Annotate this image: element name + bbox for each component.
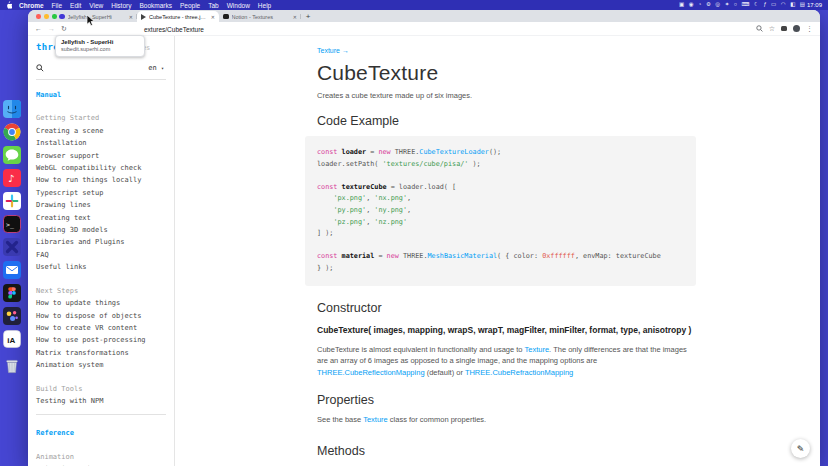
new-tab-button[interactable]: +: [301, 11, 315, 22]
dock-messages-icon[interactable]: [3, 146, 21, 164]
hover-card-title: Jellyfish - SuperHi: [61, 39, 139, 47]
doc-link[interactable]: THREE.CubeReflectionMapping: [317, 368, 425, 377]
dock-trash-icon[interactable]: [3, 357, 21, 375]
gear-icon[interactable]: ⚙: [706, 2, 711, 8]
menu-history[interactable]: History: [111, 2, 131, 9]
forward-button[interactable]: →: [48, 25, 55, 32]
back-button[interactable]: ←: [35, 25, 42, 32]
display-icon[interactable]: ▣: [679, 2, 684, 8]
dock-spheres-icon[interactable]: [3, 307, 21, 325]
dock-terminal-icon[interactable]: >_: [3, 215, 21, 233]
fn-icon[interactable]: ƒ: [764, 2, 767, 8]
apple-menu-icon[interactable]: [6, 1, 12, 9]
dock-xapp-icon[interactable]: [3, 238, 21, 256]
dock-finder-icon[interactable]: [3, 100, 21, 118]
profile-avatar[interactable]: [793, 25, 801, 33]
menu-bookmarks[interactable]: Bookmarks: [139, 2, 172, 9]
browser-tab-cubetexture-three-js-docs[interactable]: CubeTexture - three.js docs✕: [137, 11, 219, 22]
monitor-icon[interactable]: ▤: [800, 2, 805, 8]
sidebar-item-installation[interactable]: Installation: [36, 137, 174, 149]
sidebar-item-libraries-and-plugins[interactable]: Libraries and Plugins: [36, 236, 174, 248]
tab-title: Jellyfish - SuperHi: [68, 14, 126, 20]
menu-help[interactable]: Help: [258, 2, 271, 9]
sidebar-item-webgl-compatibility-check[interactable]: WebGL compatibility check: [36, 162, 174, 174]
edit-page-button[interactable]: ✎: [791, 439, 810, 458]
browser-tab-notion-textures[interactable]: Notion - Textures✕: [219, 11, 301, 22]
close-window-button[interactable]: [36, 14, 41, 19]
docs-sidebar: three.js docs examples en ▾ ManualGettin…: [28, 36, 175, 466]
address-bar-url[interactable]: extures/CubeTexture: [144, 22, 204, 36]
sparkle-icon[interactable]: ✦: [725, 2, 730, 8]
code-token: 'px.png': [333, 194, 366, 202]
dock-chrome-icon[interactable]: [3, 123, 21, 141]
browser-tab-jellyfish-superhi[interactable]: Jellyfish - SuperHi✕: [55, 11, 137, 22]
bookmark-star-icon[interactable]: ☆: [769, 25, 775, 33]
globe-icon[interactable]: ◎: [715, 2, 720, 8]
reload-button[interactable]: ↻: [61, 25, 67, 32]
dock-mail-icon[interactable]: [3, 261, 21, 279]
sidebar-section-reference: Reference: [36, 427, 174, 439]
sidebar-item-faq[interactable]: FAQ: [36, 249, 174, 261]
extension-icon[interactable]: [781, 26, 787, 32]
language-select[interactable]: en ▾: [148, 64, 164, 72]
minimize-window-button[interactable]: [44, 14, 49, 19]
control-center-icon[interactable]: ◧: [790, 2, 795, 8]
code-token: const: [317, 252, 342, 260]
close-icon[interactable]: ✕: [293, 14, 297, 20]
code-token: loader: [342, 148, 367, 156]
wifi-icon[interactable]: ◠: [781, 2, 786, 8]
dock-music-icon[interactable]: ♪: [3, 169, 21, 187]
code-token: ();: [489, 148, 501, 156]
moon-icon[interactable]: ☾: [754, 2, 759, 8]
sidebar-item-how-to-dispose-of-objects[interactable]: How to dispose of objects: [36, 310, 174, 322]
sidebar-item-typescript-setup[interactable]: Typescript setup: [36, 187, 174, 199]
menu-kebab-icon[interactable]: ⋮: [806, 25, 813, 33]
sidebar-item-creating-text[interactable]: Creating text: [36, 212, 174, 224]
sidebar-item-loading-3d-models[interactable]: Loading 3D models: [36, 224, 174, 236]
doc-link[interactable]: Texture: [363, 415, 388, 424]
breadcrumb[interactable]: Texture →: [317, 47, 696, 54]
hover-card-domain: subedit.superhi.com: [61, 46, 139, 53]
dock-iawriter-icon[interactable]: iA: [3, 330, 21, 348]
dock-figma-icon[interactable]: [3, 284, 21, 302]
sidebar-item-browser-support[interactable]: Browser support: [36, 150, 174, 162]
sidebar-item-useful-links[interactable]: Useful links: [36, 261, 174, 273]
code-token: 'nz.png': [374, 218, 407, 226]
constructor-heading: Constructor: [317, 301, 696, 315]
keyboard-icon[interactable]: ⌨: [742, 2, 750, 8]
side-panel-icon[interactable]: [756, 25, 763, 32]
code-link[interactable]: CubeTextureLoader: [419, 148, 489, 156]
battery-icon[interactable]: ▭: [771, 2, 776, 8]
menu-chrome[interactable]: Chrome: [19, 2, 44, 9]
circle-icon[interactable]: ○: [734, 2, 737, 8]
sidebar-item-how-to-create-vr-content[interactable]: How to create VR content: [36, 322, 174, 334]
menu-window[interactable]: Window: [227, 2, 250, 9]
page-body: three.js docs examples en ▾ ManualGettin…: [28, 36, 820, 466]
menu-file[interactable]: File: [52, 2, 62, 9]
code-link[interactable]: MeshBasicMaterial: [428, 252, 498, 260]
menu-people[interactable]: People: [180, 2, 200, 9]
code-token: = loader.load( [: [387, 183, 457, 191]
search-icon[interactable]: [36, 64, 44, 72]
sidebar-item-drawing-lines[interactable]: Drawing lines: [36, 199, 174, 211]
window-controls: [36, 14, 57, 19]
sidebar-item-testing-with-npm[interactable]: Testing with NPM: [36, 395, 174, 407]
paw-icon[interactable]: ◔: [698, 2, 701, 8]
sidebar-item-how-to-run-things-locally[interactable]: How to run things locally: [36, 174, 174, 186]
doc-link[interactable]: THREE.CubeRefractionMapping: [465, 368, 573, 377]
sidebar-item-how-to-use-post-processing[interactable]: How to use post-processing: [36, 334, 174, 346]
record-icon[interactable]: ◉: [689, 2, 694, 8]
menu-edit[interactable]: Edit: [70, 2, 81, 9]
dock-slack-icon[interactable]: [3, 192, 21, 210]
code-token: textureCube: [342, 183, 387, 191]
sidebar-item-matrix-transformations[interactable]: Matrix transformations: [36, 347, 174, 359]
menu-view[interactable]: View: [89, 2, 103, 9]
menu-tab[interactable]: Tab: [208, 2, 218, 9]
close-icon[interactable]: ✕: [211, 14, 215, 20]
sidebar-item-animation-system[interactable]: Animation system: [36, 359, 174, 371]
sidebar-item-how-to-update-things[interactable]: How to update things: [36, 297, 174, 309]
doc-link[interactable]: Texture: [525, 345, 550, 354]
close-icon[interactable]: ✕: [129, 14, 133, 20]
sidebar-item-creating-a-scene[interactable]: Creating a scene: [36, 125, 174, 137]
svg-text:iA: iA: [7, 336, 15, 345]
